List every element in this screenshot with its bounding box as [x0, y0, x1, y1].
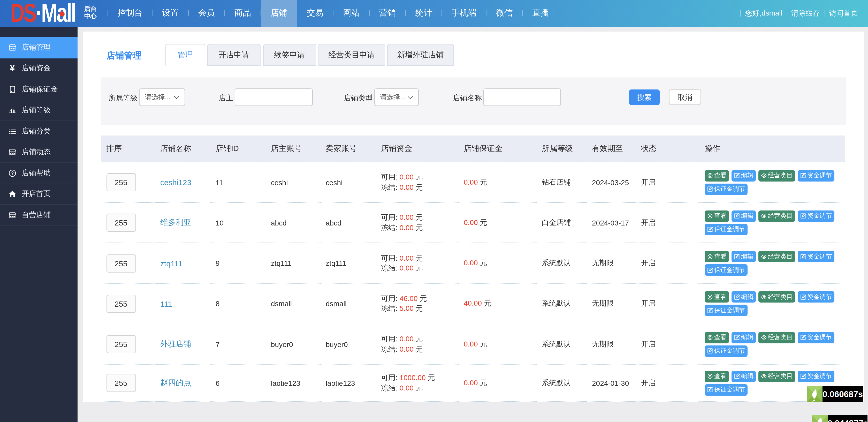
svg-text:?: ? [11, 171, 14, 176]
